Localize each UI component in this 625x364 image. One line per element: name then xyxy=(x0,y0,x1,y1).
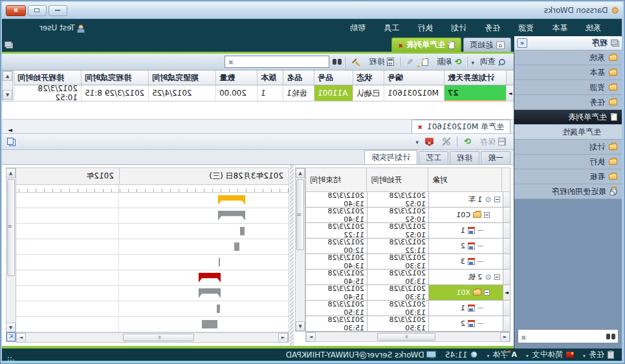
gantt-row[interactable] xyxy=(16,193,289,208)
gantt-bar-operation[interactable] xyxy=(219,258,220,266)
plan-row[interactable]: 2 2012/3/28 13:50 2012/3/28 15:30 xyxy=(305,316,510,332)
collapse-expander-icon[interactable] xyxy=(494,274,500,280)
find-binoculars-icon[interactable] xyxy=(333,59,342,65)
sidebar-item-recent[interactable]: 最近使用的程序 xyxy=(514,184,622,199)
scroll-down-icon[interactable]: ▼ xyxy=(6,323,16,332)
gantt-horizontal-scrollbar[interactable]: ◄ ► xyxy=(16,332,289,343)
col-sched-finish[interactable]: 排程完成时间 xyxy=(81,70,148,85)
sidebar-item-plan[interactable]: 计划 xyxy=(514,140,622,155)
col-status[interactable]: 状态 xyxy=(353,70,384,85)
collapse-expander-icon[interactable] xyxy=(484,290,490,295)
sidebar-item-kanban[interactable]: 看板 xyxy=(514,169,622,184)
gantt-row[interactable] xyxy=(16,208,289,224)
menu-resource[interactable]: 资源 xyxy=(509,19,543,36)
plan-horizontal-scrollbar[interactable]: ◄ ► xyxy=(305,332,510,342)
col-diff-days[interactable]: 计划差异天数 xyxy=(444,70,506,85)
sidebar-collapse-button[interactable]: « xyxy=(517,38,527,48)
menu-tools[interactable]: 工具 xyxy=(375,19,408,36)
plan-col-end[interactable]: 结束时间 xyxy=(305,167,366,192)
gantt-row[interactable] xyxy=(16,270,289,286)
cell-status[interactable]: 已确认 xyxy=(353,85,384,102)
validate-button[interactable] xyxy=(422,136,436,147)
menu-execute[interactable]: 执行 xyxy=(408,19,442,36)
reload-button[interactable] xyxy=(461,136,474,147)
col-qty[interactable]: 数量 xyxy=(215,70,257,85)
status-tasks[interactable]: 任务 xyxy=(580,349,617,360)
gantt-row[interactable] xyxy=(16,255,289,270)
scroll-right-icon[interactable]: ► xyxy=(16,333,26,343)
cell-code[interactable]: M012031601 xyxy=(384,85,444,102)
menu-plan[interactable]: 计划 xyxy=(442,19,476,36)
gantt-bar-operation[interactable] xyxy=(217,305,220,313)
order-subtab[interactable]: 生产单 M012031601 xyxy=(411,120,510,133)
gantt-year-header[interactable]: 2012年 xyxy=(16,168,119,185)
status-language[interactable]: 简体中文 xyxy=(523,349,576,360)
record-selector[interactable] xyxy=(506,85,514,102)
cell-version[interactable]: 1 xyxy=(257,85,283,102)
gantt-row[interactable] xyxy=(16,286,289,301)
sidebar-item-task[interactable]: 任务 xyxy=(514,95,622,110)
refresh-button[interactable]: 刷新 xyxy=(434,55,465,69)
clear-search-icon[interactable] xyxy=(521,330,526,343)
detail-tab-schedule[interactable]: 排程 xyxy=(450,151,479,164)
gantt-goto-icon[interactable] xyxy=(6,332,16,341)
sidebar-item-order-props[interactable]: 生产单属性 xyxy=(514,125,622,140)
cell-item-name[interactable]: 齿轮1 xyxy=(283,85,314,102)
plan-vertical-scrollbar[interactable]: ▲ ▼ xyxy=(295,167,305,332)
detail-tab-general[interactable]: 一般 xyxy=(481,151,510,164)
plan-row[interactable]: 2 铣 2012/3/28 13:30 2012/3/28 15:40 xyxy=(305,270,510,285)
window-list-icon[interactable] xyxy=(5,41,13,48)
sidebar-item-basic[interactable]: 基本 xyxy=(514,65,622,80)
close-tab-icon[interactable] xyxy=(398,41,403,50)
scroll-thumb[interactable] xyxy=(296,179,304,250)
clear-schedule-button[interactable] xyxy=(349,56,364,67)
col-item-no[interactable]: 品号 xyxy=(314,70,353,85)
plan-row[interactable]: 3 2012/3/28 13:30 2012/3/28 13:40 xyxy=(305,254,510,270)
gantt-day-header[interactable]: 2012年3月28日 (三) xyxy=(119,168,289,185)
grid-data-row[interactable]: 27 M012031601 已确认 A11001 齿轮1 1 200.00 20… xyxy=(2,85,514,102)
sidebar-item-order-list[interactable]: 生产单列表 xyxy=(514,110,622,125)
menu-system[interactable]: 系统 xyxy=(576,19,610,36)
status-font[interactable]: 字体 xyxy=(484,349,520,360)
gantt-bar-operation[interactable] xyxy=(240,227,245,235)
float-window-icon[interactable] xyxy=(7,138,16,146)
scroll-down-icon[interactable]: ▼ xyxy=(3,90,12,100)
gantt-bar-summary[interactable] xyxy=(218,195,245,205)
gantt-row[interactable] xyxy=(16,224,289,239)
tab-start-page[interactable]: 起始页 xyxy=(463,37,511,52)
cell-diff-days[interactable]: 27 xyxy=(444,85,506,102)
gantt-row[interactable] xyxy=(16,317,289,332)
scroll-left-icon[interactable]: ◄ xyxy=(500,332,510,342)
col-item-name[interactable]: 品名 xyxy=(283,70,314,85)
sidebar-item-execute[interactable]: 执行 xyxy=(514,155,622,169)
scroll-up-icon[interactable]: ▲ xyxy=(6,168,16,178)
scroll-up-icon[interactable]: ▲ xyxy=(296,168,305,178)
cell-expect-finish[interactable]: 2012/4/25 xyxy=(148,85,215,102)
scroll-thumb[interactable] xyxy=(7,179,15,276)
sidebar-search-input[interactable] xyxy=(529,332,604,340)
plan-row-selected[interactable]: X01 2012/3/28 13:30 2012/3/28 15:40 xyxy=(305,285,510,301)
gantt-bar-summary[interactable] xyxy=(199,288,221,298)
edit-button[interactable] xyxy=(404,56,416,68)
menu-help[interactable]: 帮助 xyxy=(341,19,375,36)
menu-task[interactable]: 任务 xyxy=(476,19,509,36)
cell-sched-finish[interactable]: 2012/3/29 8:15 xyxy=(81,85,148,102)
collapse-expander-icon[interactable] xyxy=(484,212,490,218)
plan-row[interactable]: 1 车 2012/3/28 10:52 2012/3/28 13:40 xyxy=(305,192,510,208)
current-row-arrow[interactable] xyxy=(503,285,510,301)
query-dropdown-icon[interactable] xyxy=(471,58,474,67)
maximize-button[interactable] xyxy=(28,5,47,16)
detail-tab-process[interactable]: 工艺 xyxy=(419,151,448,164)
cell-qty[interactable]: 200.00 xyxy=(215,85,257,102)
scroll-right-icon[interactable]: ► xyxy=(5,127,12,133)
search-binoculars-icon[interactable] xyxy=(606,334,615,339)
col-code[interactable]: 编号 xyxy=(384,70,444,85)
cell-item-no[interactable]: A11001 xyxy=(314,85,353,102)
scroll-right-icon[interactable]: ► xyxy=(306,332,316,342)
gantt-bar-summary[interactable] xyxy=(199,273,221,283)
plan-col-object[interactable]: 对象 xyxy=(428,167,501,192)
scroll-thumb[interactable] xyxy=(123,334,194,341)
plan-row[interactable]: 2 2012/3/28 11:22 2012/3/28 12:00 xyxy=(305,239,510,254)
schedule-button[interactable]: 排程 xyxy=(367,55,397,69)
plan-row[interactable]: 1 2012/3/28 10:52 2012/3/28 11:22 xyxy=(305,223,510,239)
